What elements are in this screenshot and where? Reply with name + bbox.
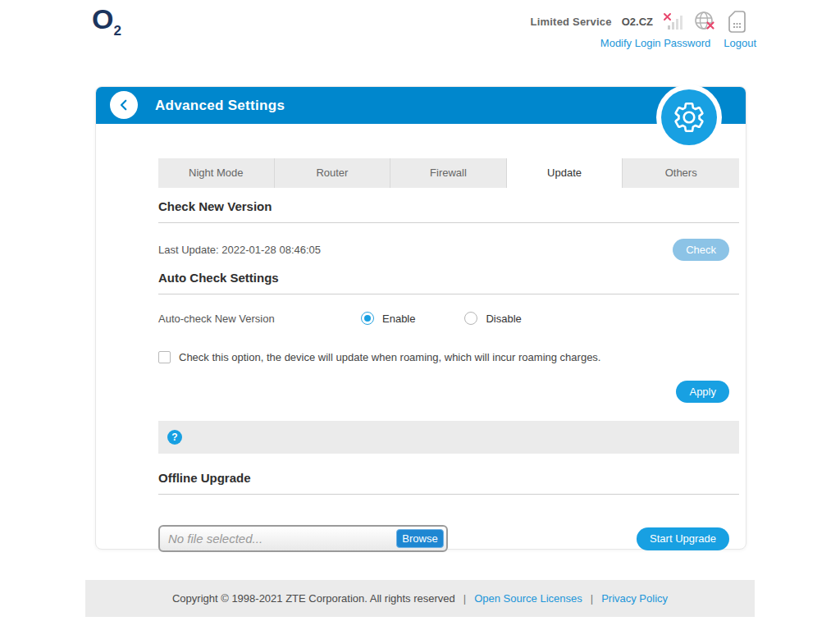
tab-others[interactable]: Others [623, 158, 739, 188]
modify-login-password-link[interactable]: Modify Login Password [600, 37, 710, 49]
roaming-update-checkbox-label: Check this option, the device will updat… [179, 351, 600, 363]
last-update-text: Last Update: 2022-01-28 08:46:05 [158, 244, 321, 256]
radio-disable-label: Disable [486, 313, 521, 325]
auto-check-field-label: Auto-check New Version [158, 313, 361, 325]
settings-tab-bar: Night Mode Router Firewall Update Others [158, 158, 739, 188]
signal-no-service-icon [663, 12, 683, 31]
radio-option-disable[interactable]: Disable [464, 312, 521, 325]
advanced-settings-panel: Advanced Settings Night Mode Router Fire… [95, 86, 746, 550]
footer-separator: | [591, 592, 593, 605]
tab-firewall[interactable]: Firewall [390, 158, 507, 188]
chevron-left-icon [116, 98, 131, 112]
auto-check-radio-group: Enable Disable [361, 312, 522, 325]
o2-logo: O2 [92, 5, 121, 38]
radio-enable-label: Enable [382, 313, 415, 325]
file-input-placeholder-text: No file selected... [168, 527, 262, 550]
footer: Copyright © 1998-2021 ZTE Corporation. A… [85, 580, 755, 617]
radio-option-enable[interactable]: Enable [361, 312, 415, 325]
roaming-update-checkbox[interactable] [158, 351, 171, 363]
help-strip: ? [158, 421, 739, 454]
service-status-text: Limited Service [531, 16, 612, 28]
apply-button[interactable]: Apply [676, 381, 729, 403]
footer-separator: | [463, 592, 466, 605]
globe-disconnected-icon [693, 10, 718, 33]
o2-logo-subscript: 2 [113, 23, 121, 39]
page-title: Advanced Settings [155, 87, 285, 124]
connection-status-bar: Limited Service O2.CZ [531, 10, 746, 33]
logout-link[interactable]: Logout [724, 37, 756, 49]
auto-check-settings-heading: Auto Check Settings [158, 271, 739, 294]
tab-night-mode[interactable]: Night Mode [158, 158, 275, 188]
start-upgrade-button[interactable]: Start Upgrade [637, 527, 729, 550]
tab-router[interactable]: Router [275, 158, 391, 188]
settings-gear-badge [656, 84, 722, 150]
check-button[interactable]: Check [673, 239, 729, 261]
privacy-policy-link[interactable]: Privacy Policy [601, 592, 668, 605]
offline-upgrade-heading: Offline Upgrade [158, 471, 739, 495]
network-operator-name: O2.CZ [622, 16, 653, 28]
firmware-file-input[interactable]: No file selected... Browse [158, 525, 448, 552]
check-new-version-heading: Check New Version [158, 199, 739, 223]
radio-enable-control[interactable] [361, 312, 374, 325]
browse-button[interactable]: Browse [396, 529, 444, 548]
account-links: Modify Login Password Logout [600, 37, 756, 49]
help-question-icon[interactable]: ? [167, 430, 182, 445]
tab-update[interactable]: Update [507, 158, 623, 188]
back-button[interactable] [110, 91, 138, 119]
open-source-licenses-link[interactable]: Open Source Licenses [474, 592, 582, 605]
copyright-text: Copyright © 1998-2021 ZTE Corporation. A… [172, 592, 455, 605]
panel-titlebar: Advanced Settings [96, 87, 746, 124]
radio-disable-control[interactable] [464, 312, 477, 325]
sim-card-icon [728, 10, 746, 34]
gear-icon [672, 100, 706, 135]
